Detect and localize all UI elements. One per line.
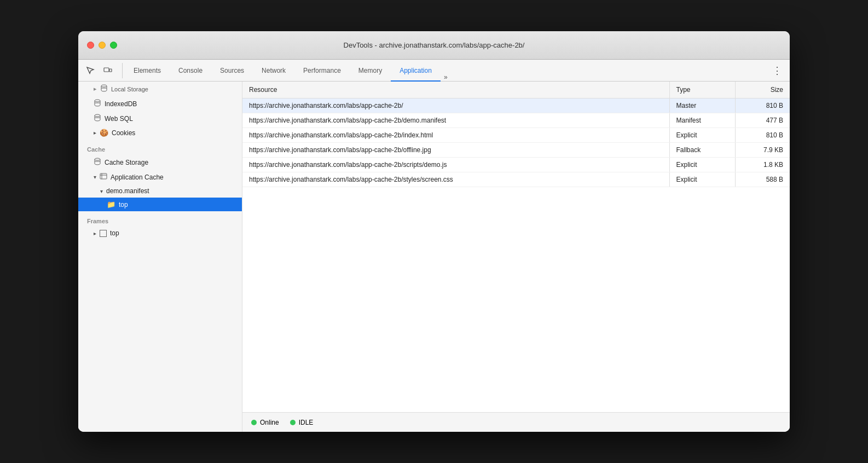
cell-size: 477 B: [735, 113, 790, 128]
app-cache-expand-icon: ▾: [94, 174, 96, 180]
sidebar-item-cookies[interactable]: ▸ 🍪 Cookies: [78, 126, 242, 140]
devtools-window: DevTools - archive.jonathanstark.com/lab…: [78, 31, 790, 432]
device-toggle-icon[interactable]: [100, 63, 115, 78]
sidebar-item-frames-top[interactable]: ▸ top: [78, 227, 242, 240]
cell-resource: https://archive.jonathanstark.com/labs/a…: [242, 128, 669, 143]
col-header-resource: Resource: [242, 82, 669, 99]
local-storage-icon: ▸: [94, 85, 97, 92]
table-row[interactable]: https://archive.jonathanstark.com/labs/a…: [242, 113, 790, 128]
table-row[interactable]: https://archive.jonathanstark.com/labs/a…: [242, 128, 790, 143]
cell-size: 810 B: [735, 128, 790, 143]
cell-type: Manifest: [669, 113, 735, 128]
sidebar-item-local-storage[interactable]: ▸ Local Storage: [78, 82, 242, 96]
app-cache-icon: [100, 172, 107, 182]
toolbar-icons: [83, 63, 123, 78]
tab-network[interactable]: Network: [253, 60, 294, 82]
tab-elements[interactable]: Elements: [125, 60, 170, 82]
cell-resource: https://archive.jonathanstark.com/labs/a…: [242, 172, 669, 187]
sidebar-item-websql[interactable]: Web SQL: [78, 111, 242, 126]
svg-rect-1: [109, 69, 112, 72]
cell-type: Explicit: [669, 172, 735, 187]
online-dot: [251, 420, 257, 425]
cell-size: 810 B: [735, 99, 790, 113]
maximize-button[interactable]: [110, 42, 117, 49]
top-folder-icon: 📁: [107, 200, 115, 209]
cookies-icon: 🍪: [100, 129, 108, 137]
inspect-icon[interactable]: [83, 63, 98, 78]
table-header-row: Resource Type Size: [242, 82, 790, 99]
cell-resource: https://archive.jonathanstark.com/labs/a…: [242, 99, 669, 113]
online-label: Online: [260, 419, 279, 426]
resource-table: Resource Type Size https://archive.jonat…: [242, 82, 790, 187]
close-button[interactable]: [87, 42, 94, 49]
cell-type: Explicit: [669, 158, 735, 172]
cell-type: Master: [669, 99, 735, 113]
cache-storage-icon: [94, 158, 101, 167]
sidebar-item-app-cache[interactable]: ▾ Application Cache: [78, 170, 242, 184]
online-status: Online: [251, 419, 279, 426]
tab-performance[interactable]: Performance: [294, 60, 350, 82]
svg-point-8: [95, 158, 100, 160]
toolbar: Elements Console Sources Network Perform…: [78, 60, 790, 82]
svg-point-4: [95, 100, 100, 102]
menu-button[interactable]: ⋮: [769, 65, 785, 77]
traffic-lights: [87, 42, 117, 49]
table-row[interactable]: https://archive.jonathanstark.com/labs/a…: [242, 143, 790, 158]
cell-size: 1.8 KB: [735, 158, 790, 172]
tab-bar: Elements Console Sources Network Perform…: [125, 60, 769, 81]
idle-status: IDLE: [290, 419, 314, 426]
svg-rect-0: [104, 68, 109, 72]
cell-resource: https://archive.jonathanstark.com/labs/a…: [242, 113, 669, 128]
cell-size: 7.9 KB: [735, 143, 790, 158]
tab-sources[interactable]: Sources: [211, 60, 253, 82]
col-header-type: Type: [669, 82, 735, 99]
frames-top-expand-icon: ▸: [94, 230, 96, 236]
tab-memory[interactable]: Memory: [350, 60, 391, 82]
sidebar-item-demo-manifest[interactable]: ▾ demo.manifest: [78, 184, 242, 198]
table-row[interactable]: https://archive.jonathanstark.com/labs/a…: [242, 158, 790, 172]
idle-dot: [290, 420, 296, 425]
frames-section-label: Frames: [78, 211, 242, 227]
cell-size: 588 B: [735, 172, 790, 187]
local-storage-icon2: [100, 84, 108, 94]
more-tabs-button[interactable]: »: [441, 73, 451, 81]
svg-point-2: [101, 85, 107, 87]
titlebar: DevTools - archive.jonathanstark.com/lab…: [78, 31, 790, 60]
svg-point-6: [95, 114, 100, 117]
svg-rect-10: [100, 173, 107, 179]
frames-top-icon: [100, 230, 107, 237]
table-row[interactable]: https://archive.jonathanstark.com/labs/a…: [242, 172, 790, 187]
main-content: ▸ Local Storage IndexedDB Web SQL ▸: [78, 82, 790, 432]
table-container[interactable]: Resource Type Size https://archive.jonat…: [242, 82, 790, 412]
minimize-button[interactable]: [99, 42, 106, 49]
tab-console[interactable]: Console: [170, 60, 211, 82]
window-title: DevTools - archive.jonathanstark.com/lab…: [344, 41, 525, 49]
cell-resource: https://archive.jonathanstark.com/labs/a…: [242, 143, 669, 158]
demo-manifest-expand-icon: ▾: [100, 188, 103, 194]
idle-label: IDLE: [299, 419, 314, 426]
col-header-size: Size: [735, 82, 790, 99]
status-bar: Online IDLE: [242, 412, 790, 432]
sidebar: ▸ Local Storage IndexedDB Web SQL ▸: [78, 82, 242, 432]
table-row[interactable]: https://archive.jonathanstark.com/labs/a…: [242, 99, 790, 113]
cache-section-label: Cache: [78, 140, 242, 155]
sidebar-item-indexeddb[interactable]: IndexedDB: [78, 96, 242, 111]
indexeddb-icon: [94, 99, 101, 108]
websql-icon: [94, 114, 101, 123]
sidebar-item-top-selected[interactable]: 📁 top: [78, 198, 242, 211]
cell-type: Explicit: [669, 128, 735, 143]
cookies-expand-icon: ▸: [94, 130, 96, 136]
cell-resource: https://archive.jonathanstark.com/labs/a…: [242, 158, 669, 172]
sidebar-item-cache-storage[interactable]: Cache Storage: [78, 155, 242, 170]
cell-type: Fallback: [669, 143, 735, 158]
tab-application[interactable]: Application: [391, 60, 441, 82]
content-panel: Resource Type Size https://archive.jonat…: [242, 82, 790, 432]
